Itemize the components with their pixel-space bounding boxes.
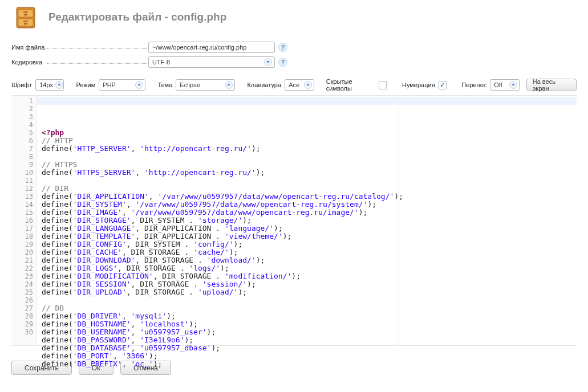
- numbering-label: Нумерация: [402, 81, 435, 88]
- line-number: 24: [11, 280, 33, 288]
- line-number: 26: [11, 296, 33, 304]
- line-number: 19: [11, 240, 33, 248]
- line-number: 29: [11, 320, 33, 328]
- filing-cabinet-icon: [11, 3, 40, 31]
- code-line[interactable]: // DB: [42, 304, 577, 312]
- line-number: 10: [11, 169, 33, 177]
- line-number: 9: [11, 161, 33, 169]
- code-line[interactable]: [42, 177, 577, 185]
- page-header: Редактировать файл - config.php: [11, 3, 577, 31]
- code-line[interactable]: define('HTTP_SERVER', 'http://opencart-r…: [42, 145, 577, 153]
- code-line[interactable]: // HTTPS: [42, 161, 577, 169]
- chevron-down-icon: [509, 81, 517, 89]
- svg-rect-2: [18, 19, 33, 26]
- code-line[interactable]: define('DB_PREFIX', 'oc_');: [42, 360, 577, 368]
- line-number: 30: [11, 328, 33, 336]
- line-number: 21: [11, 256, 33, 264]
- page-title: Редактировать файл - config.php: [48, 11, 226, 23]
- active-line-highlight: [37, 97, 577, 105]
- code-line[interactable]: define('DIR_TEMPLATE', DIR_APPLICATION .…: [42, 232, 577, 240]
- svg-rect-4: [23, 21, 28, 22]
- chevron-down-icon: [304, 81, 312, 89]
- code-line[interactable]: define('DIR_APPLICATION', '/var/www/u059…: [42, 193, 577, 201]
- code-line[interactable]: define('DIR_CONFIG', DIR_SYSTEM . 'confi…: [42, 240, 577, 248]
- chevron-down-icon: [264, 58, 272, 66]
- line-number: 1: [11, 97, 33, 105]
- line-number: 20: [11, 248, 33, 256]
- hidden-chars-label: Скрытые символы: [326, 78, 376, 92]
- wrap-select[interactable]: Off: [490, 79, 520, 91]
- line-number: 25: [11, 288, 33, 296]
- line-gutter: 1234567891011121314151617181920212223242…: [11, 96, 37, 345]
- code-line[interactable]: define('DIR_DOWNLOAD', DIR_STORAGE . 'do…: [42, 256, 577, 264]
- line-number: 13: [11, 193, 33, 201]
- fullscreen-button[interactable]: На весь экран: [526, 79, 577, 91]
- code-line[interactable]: define('DIR_MODIFICATION', DIR_STORAGE .…: [42, 272, 577, 280]
- svg-rect-5: [24, 14, 27, 15]
- code-line[interactable]: define('DIR_SYSTEM', '/var/www/u0597957/…: [42, 201, 577, 209]
- code-line[interactable]: [42, 296, 577, 304]
- font-label: Шрифт: [11, 81, 32, 88]
- line-number: 23: [11, 272, 33, 280]
- filename-value: ~/www/opencart-reg.ru/config.php: [152, 44, 246, 51]
- svg-rect-1: [18, 10, 33, 17]
- chevron-down-icon: [225, 81, 233, 89]
- code-line[interactable]: [42, 153, 577, 161]
- code-line[interactable]: define('DIR_SESSION', DIR_STORAGE . 'ses…: [42, 280, 577, 288]
- numbering-checkbox[interactable]: [439, 81, 447, 89]
- line-number: 6: [11, 137, 33, 145]
- code-editor[interactable]: 1234567891011121314151617181920212223242…: [11, 95, 577, 346]
- code-line[interactable]: define('DB_PORT', '3306');: [42, 352, 577, 360]
- filename-label: Имя файла: [11, 44, 148, 51]
- keyboard-select[interactable]: Ace: [285, 79, 314, 91]
- code-line[interactable]: define('DB_DRIVER', 'mysqli');: [42, 312, 577, 320]
- help-icon[interactable]: ?: [278, 58, 287, 67]
- code-line[interactable]: define('DIR_UPLOAD', DIR_STORAGE . 'uplo…: [42, 288, 577, 296]
- hidden-chars-checkbox[interactable]: [379, 81, 387, 89]
- code-line[interactable]: define('DB_PASSWORD', 'I3e1L9o6');: [42, 336, 577, 344]
- theme-label: Тема: [157, 81, 172, 88]
- line-number: 15: [11, 209, 33, 217]
- line-number: 17: [11, 224, 33, 232]
- line-number: 18: [11, 232, 33, 240]
- code-line[interactable]: define('DB_USERNAME', 'u0597957_user');: [42, 328, 577, 336]
- mode-label: Режим: [76, 81, 95, 88]
- line-number: 22: [11, 264, 33, 272]
- help-icon[interactable]: ?: [278, 43, 287, 52]
- code-line[interactable]: define('DIR_CACHE', DIR_STORAGE . 'cache…: [42, 248, 577, 256]
- line-number: 4: [11, 121, 33, 129]
- code-line[interactable]: define('DIR_STORAGE', DIR_SYSTEM . 'stor…: [42, 217, 577, 224]
- code-line[interactable]: define('DIR_IMAGE', '/var/www/u0597957/d…: [42, 209, 577, 217]
- wrap-label: Перенос: [461, 81, 486, 88]
- svg-rect-6: [24, 23, 27, 24]
- theme-select[interactable]: Eclipse: [176, 79, 235, 91]
- line-number: 28: [11, 312, 33, 320]
- encoding-value: UTF-8: [152, 59, 170, 66]
- font-select[interactable]: 14px: [35, 79, 64, 91]
- line-number: 11: [11, 177, 33, 185]
- keyboard-label: Клавиатура: [247, 81, 281, 88]
- line-number: 7: [11, 145, 33, 153]
- code-line[interactable]: define('DIR_LOGS', DIR_STORAGE . 'logs/'…: [42, 264, 577, 272]
- code-line[interactable]: // HTTP: [42, 137, 577, 145]
- line-number: 8: [11, 153, 33, 161]
- svg-rect-3: [23, 11, 28, 13]
- chevron-down-icon: [135, 81, 143, 89]
- line-number: 14: [11, 201, 33, 209]
- encoding-select[interactable]: UTF-8: [148, 56, 275, 68]
- code-line[interactable]: <?php: [42, 129, 577, 137]
- editor-toolbar: Шрифт 14px Режим PHP Тема Eclipse Клавиа…: [11, 78, 577, 92]
- line-number: 12: [11, 185, 33, 193]
- code-line[interactable]: define('DB_DATABASE', 'u0597957_dbase');: [42, 344, 577, 352]
- chevron-down-icon: [55, 81, 63, 89]
- line-number: 27: [11, 304, 33, 312]
- code-line[interactable]: define('DB_HOSTNAME', 'localhost');: [42, 320, 577, 328]
- filename-input[interactable]: ~/www/opencart-reg.ru/config.php: [148, 42, 275, 53]
- line-number: 5: [11, 129, 33, 137]
- code-line[interactable]: define('DIR_LANGUAGE', DIR_APPLICATION .…: [42, 224, 577, 232]
- line-number: 16: [11, 217, 33, 224]
- code-line[interactable]: define('HTTPS_SERVER', 'http://opencart-…: [42, 169, 577, 177]
- code-line[interactable]: // DIR: [42, 185, 577, 193]
- code-area[interactable]: <?php// HTTPdefine('HTTP_SERVER', 'http:…: [37, 96, 577, 345]
- mode-select[interactable]: PHP: [99, 79, 145, 91]
